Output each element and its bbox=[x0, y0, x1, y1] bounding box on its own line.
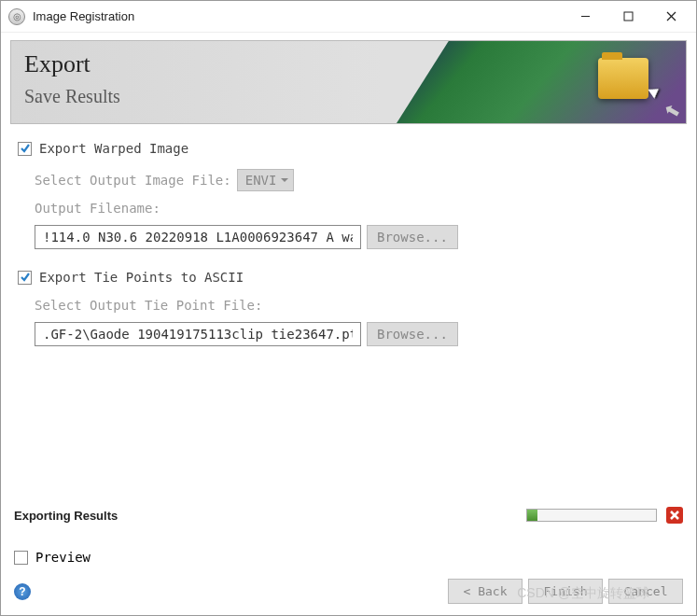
content: Export Warped Image Select Output Image … bbox=[1, 124, 696, 346]
select-output-tiepoint-label: Select Output Tie Point File: bbox=[35, 298, 262, 313]
output-tiepoint-input[interactable] bbox=[35, 322, 361, 346]
banner-subtitle: Save Results bbox=[24, 86, 120, 107]
back-button[interactable]: < Back bbox=[448, 579, 523, 604]
cursor-outline-icon: ⬉ bbox=[662, 97, 683, 123]
cursor-icon bbox=[648, 84, 662, 99]
finish-button[interactable]: Finish bbox=[528, 579, 603, 604]
select-output-image-label: Select Output Image File: bbox=[35, 173, 231, 188]
close-button[interactable] bbox=[649, 3, 692, 31]
export-tiepoints-label: Export Tie Points to ASCII bbox=[39, 270, 244, 285]
export-tiepoints-section: Export Tie Points to ASCII Select Output… bbox=[18, 270, 679, 346]
folder-icon bbox=[598, 58, 648, 99]
export-tiepoints-checkbox[interactable] bbox=[18, 271, 32, 285]
minimize-button[interactable] bbox=[564, 3, 606, 31]
maximize-button[interactable] bbox=[606, 3, 649, 31]
help-icon[interactable]: ? bbox=[14, 583, 31, 600]
preview-label: Preview bbox=[35, 550, 91, 565]
export-warped-section: Export Warped Image Select Output Image … bbox=[18, 141, 679, 249]
preview-checkbox[interactable] bbox=[14, 551, 28, 565]
progress-fill bbox=[527, 510, 537, 521]
app-icon: ◎ bbox=[8, 8, 25, 25]
export-warped-label: Export Warped Image bbox=[39, 141, 188, 156]
output-filename-label: Output Filename: bbox=[35, 201, 160, 216]
output-format-select[interactable]: ENVI bbox=[237, 169, 295, 191]
stop-button[interactable] bbox=[666, 507, 683, 524]
export-warped-checkbox[interactable] bbox=[18, 142, 32, 156]
svg-rect-1 bbox=[624, 12, 633, 21]
window-title: Image Registration bbox=[33, 9, 134, 23]
browse-tiepoint-button[interactable]: Browse... bbox=[367, 322, 458, 346]
titlebar: ◎ Image Registration bbox=[1, 1, 696, 33]
progress-area: Exporting Results bbox=[14, 507, 683, 524]
progress-bar bbox=[526, 509, 657, 522]
footer: Preview ? < Back Finish Cancel bbox=[1, 544, 696, 615]
browse-output-image-button[interactable]: Browse... bbox=[367, 225, 458, 249]
cancel-button[interactable]: Cancel bbox=[608, 579, 683, 604]
banner-title: Export bbox=[24, 50, 91, 78]
window-controls bbox=[564, 3, 692, 31]
output-filename-input[interactable] bbox=[35, 225, 361, 249]
banner-image: ⬉ bbox=[397, 41, 686, 123]
progress-label: Exporting Results bbox=[14, 509, 118, 523]
banner: Export Save Results ⬉ bbox=[10, 40, 687, 124]
